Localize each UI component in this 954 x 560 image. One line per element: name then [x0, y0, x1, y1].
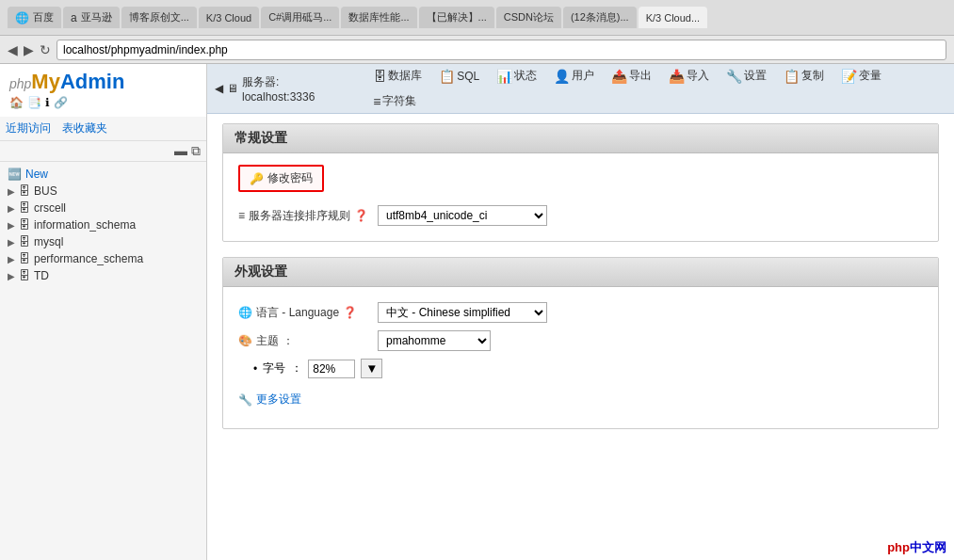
theme-select[interactable]: pmahomme — [378, 330, 491, 351]
tab-k3cloud[interactable]: K/3 Cloud — [199, 7, 259, 28]
general-settings-title: 常规设置 — [234, 130, 287, 145]
tab-k3cloud2[interactable]: K/3 Cloud... — [639, 7, 707, 28]
back-button[interactable]: ◀ — [8, 42, 18, 57]
collapse-icon[interactable]: ▬ — [174, 143, 187, 159]
db-label-mysql: mysql — [34, 235, 63, 248]
language-select[interactable]: 中文 - Chinese simplified — [378, 302, 547, 323]
tab-csdn[interactable]: CSDN论坛 — [496, 7, 561, 28]
address-bar-row: ◀ ▶ ↻ — [0, 36, 954, 64]
sidebar-controls: ▬ ⧉ — [0, 141, 206, 162]
expand-icon[interactable]: ⧉ — [191, 143, 201, 159]
language-label: 语言 - Language — [256, 305, 339, 321]
change-password-button[interactable]: 🔑 修改密码 — [238, 165, 324, 192]
more-settings-label: 更多设置 — [256, 392, 301, 408]
nav-databases[interactable]: 🗄 数据库 — [365, 64, 429, 88]
tab-label-messages: (12条消息)... — [571, 10, 629, 24]
db-item-td[interactable]: ▶ 🗄 TD — [0, 267, 206, 284]
nav-settings-label: 设置 — [744, 68, 767, 84]
db-label-info: information_schema — [34, 218, 136, 232]
bullet-icon: • — [253, 362, 257, 376]
db-item-performance-schema[interactable]: ▶ 🗄 performance_schema — [0, 250, 206, 267]
tab-label-solved: 【已解决】... — [427, 10, 487, 24]
nav-export[interactable]: 📤 导出 — [604, 64, 659, 88]
nav-status[interactable]: 📊 状态 — [489, 64, 544, 88]
tab-messages[interactable]: (12条消息)... — [563, 7, 637, 28]
tab-baidu[interactable]: 🌐 百度 — [8, 7, 61, 28]
db-icon-crscell: 🗄 — [19, 201, 30, 215]
server-db-icon: 🖥 — [227, 82, 238, 95]
status-icon: 📊 — [496, 69, 512, 84]
logo-admin: Admin — [60, 70, 124, 93]
db-item-new[interactable]: 🆕 New — [0, 166, 206, 183]
watermark: php中文网 — [887, 540, 946, 554]
logo-icons: 🏠 📑 ℹ 🔗 — [9, 96, 197, 109]
db-item-bus[interactable]: ▶ 🗄 BUS — [0, 183, 206, 200]
sidebar-nav: 近期访问 表收藏夹 — [0, 117, 206, 141]
collation-help-icon[interactable]: ❓ — [354, 209, 368, 222]
general-settings-header: 常规设置 — [223, 124, 938, 153]
theme-label-container: 🎨 主题： — [238, 333, 370, 349]
nav-users-label: 用户 — [572, 68, 594, 84]
nav-recent[interactable]: 近期访问 — [6, 120, 51, 136]
general-settings-section: 常规设置 🔑 修改密码 ≡ 服务器连接排序规则 ❓ ut — [222, 123, 939, 242]
server-collation-select[interactable]: utf8mb4_unicode_ci — [378, 205, 547, 226]
replication-icon: 📋 — [784, 69, 800, 84]
expand-icon-crscell: ▶ — [8, 203, 15, 214]
watermark-php: php — [887, 540, 910, 554]
browser-tabs: 🌐 百度 a 亚马逊 博客原创文... K/3 Cloud C#调用砥马... … — [8, 7, 946, 28]
nav-import[interactable]: 📥 导入 — [661, 64, 717, 88]
content-area: ◀ 🖥 服务器: localhost:3336 🗄 数据库 📋 SQL 📊 状态 — [207, 64, 954, 560]
tab-icon-baidu: 🌐 — [15, 11, 29, 24]
link-icon[interactable]: 🔗 — [54, 96, 68, 109]
tab-label-amazon: 亚马逊 — [81, 10, 112, 24]
db-label-new: New — [25, 168, 48, 181]
nav-variables[interactable]: 📝 变量 — [833, 64, 889, 88]
tab-csharp[interactable]: C#调用砥马... — [261, 7, 339, 28]
more-settings-container: 🔧 更多设置 — [238, 382, 923, 417]
key-icon: 🔑 — [250, 172, 264, 185]
font-size-dropdown-btn[interactable]: ▼ — [361, 359, 382, 378]
font-size-input[interactable] — [308, 360, 355, 378]
general-settings-body: 🔑 修改密码 ≡ 服务器连接排序规则 ❓ utf8mb4_unicode_ci — [223, 153, 938, 241]
nav-bookmarks[interactable]: 表收藏夹 — [62, 120, 107, 136]
bookmark-icon[interactable]: 📑 — [27, 96, 41, 109]
address-input[interactable] — [57, 40, 946, 60]
sidebar: phpMyAdmin 🏠 📑 ℹ 🔗 近期访问 表收藏夹 ▬ ⧉ 🆕 New — [0, 64, 207, 560]
db-icon-td: 🗄 — [19, 269, 30, 282]
tab-label-k3cloud: K/3 Cloud — [206, 12, 251, 24]
tab-blog[interactable]: 博客原创文... — [121, 7, 197, 28]
forward-button[interactable]: ▶ — [24, 42, 34, 57]
nav-charset[interactable]: ≡ 字符集 — [365, 89, 424, 113]
nav-users[interactable]: 👤 用户 — [546, 64, 602, 88]
nav-replication[interactable]: 📋 复制 — [776, 64, 832, 88]
db-label-crscell: crscell — [34, 201, 66, 215]
refresh-button[interactable]: ↻ — [40, 42, 51, 57]
tab-label-csdn: CSDN论坛 — [504, 10, 554, 24]
language-row: 🌐 语言 - Language ❓ 中文 - Chinese simplifie… — [238, 298, 923, 327]
nav-databases-label: 数据库 — [388, 68, 422, 84]
info-icon[interactable]: ℹ — [45, 96, 50, 109]
db-item-mysql[interactable]: ▶ 🗄 mysql — [0, 233, 206, 250]
language-help-icon[interactable]: ❓ — [343, 306, 357, 319]
variables-icon: 📝 — [841, 69, 857, 84]
watermark-container: php中文网 — [880, 536, 954, 560]
browser-chrome: 🌐 百度 a 亚马逊 博客原创文... K/3 Cloud C#调用砥马... … — [0, 0, 954, 36]
tab-amazon[interactable]: a 亚马逊 — [63, 7, 120, 28]
db-item-crscell[interactable]: ▶ 🗄 crscell — [0, 200, 206, 216]
db-item-information-schema[interactable]: ▶ 🗄 information_schema — [0, 216, 206, 233]
nav-sql[interactable]: 📋 SQL — [431, 65, 487, 88]
more-settings-link[interactable]: 🔧 更多设置 — [238, 386, 923, 413]
home-icon[interactable]: 🏠 — [9, 96, 24, 109]
tab-dbperf[interactable]: 数据库性能... — [341, 7, 416, 28]
tab-solved[interactable]: 【已解决】... — [419, 7, 494, 28]
export-icon: 📤 — [611, 69, 627, 84]
tab-icon-amazon: a — [71, 11, 77, 24]
appearance-settings-title: 外观设置 — [234, 264, 287, 279]
settings-icon: 🔧 — [726, 69, 742, 84]
wrench-icon: 🔧 — [238, 393, 252, 407]
language-icon: 🌐 — [238, 306, 252, 319]
nav-settings[interactable]: 🔧 设置 — [719, 64, 774, 88]
import-icon: 📥 — [669, 69, 685, 84]
nav-charset-label: 字符集 — [382, 93, 416, 109]
server-collation-label: 服务器连接排序规则 — [249, 208, 350, 224]
